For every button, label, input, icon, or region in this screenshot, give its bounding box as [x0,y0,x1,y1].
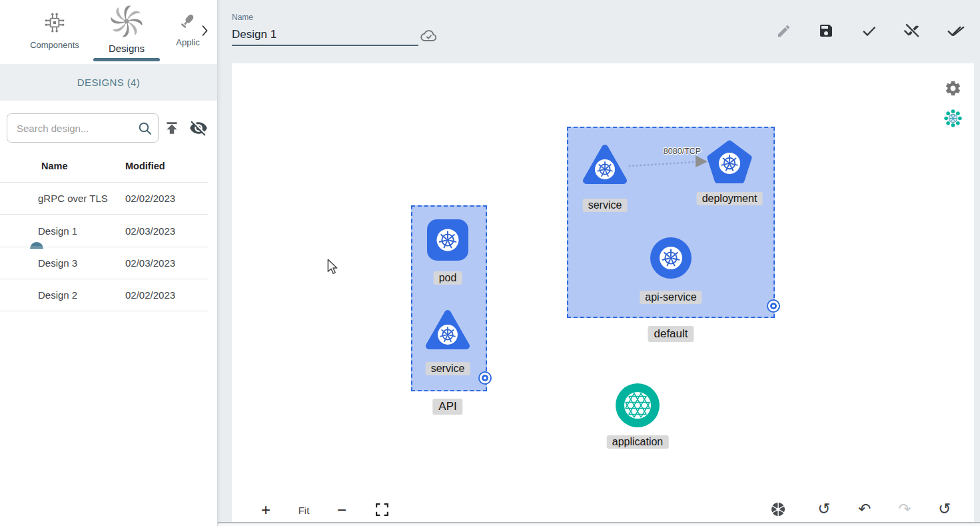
design-name-label: Name [232,13,253,22]
meshery-design-app: Components D [0,0,980,526]
applications-icon [177,9,199,35]
divider [0,311,209,311]
rotate-glyph: ↺ [938,501,951,517]
node-label-pod: pod [434,271,462,285]
edge-label-port: 8080/TCP [664,147,701,156]
tab-components-label: Components [30,40,79,50]
mouse-cursor [326,259,338,275]
design-name-underline [232,45,418,46]
node-application[interactable] [614,381,662,432]
column-header-modified: Modified [125,161,165,171]
tab-components[interactable]: Components [27,11,83,50]
active-tab-underline [93,58,160,61]
node-label-service: service [583,199,628,212]
canvas-settings-gear-icon[interactable] [944,79,962,97]
search-box [7,113,159,143]
undeploy-icon[interactable] [903,21,921,39]
row-modified: 02/02/2023 [125,289,175,301]
below-canvas-strip [217,523,980,526]
group-default-config-badge[interactable] [767,299,780,313]
history-rotate-icon[interactable]: ↺ [936,500,953,517]
components-icon [43,11,67,37]
designs-spiral-icon [111,5,143,40]
group-api-config-badge[interactable] [478,371,492,385]
node-label-api-service: api-service [640,291,702,304]
node-deployment[interactable] [705,138,754,189]
tab-designs-label: Designs [109,43,145,54]
node-label-service: service [426,362,470,375]
reset-view-icon[interactable]: ↺ [815,500,833,517]
node-label-deployment: deployment [697,192,763,205]
visibility-off-icon[interactable] [188,118,209,138]
screenshot-aperture-icon[interactable] [769,501,787,518]
row-name: Design 2 [38,289,77,301]
node-service-api[interactable] [424,308,471,355]
tab-designs[interactable]: Designs [99,5,155,54]
search-icon[interactable] [131,115,158,141]
cloud-saved-icon [420,27,438,45]
table-row-design-2[interactable] [0,279,209,311]
group-label-default: default [648,326,694,342]
row-modified: 02/03/2023 [125,257,175,269]
zoom-out-button[interactable]: − [333,501,350,519]
rotate-glyph: ↺ [817,501,830,517]
row-name: Design 1 [38,225,77,237]
row-name: Design 3 [38,257,77,269]
edit-icon[interactable] [775,22,792,39]
chevron-right-icon[interactable] [201,25,209,37]
designs-section-header: DESIGNS (4) [0,64,217,101]
table-row-design-1[interactable] [0,215,209,246]
design-name-input[interactable] [232,25,418,44]
row-modified: 02/02/2023 [125,193,175,204]
save-icon[interactable] [817,22,835,39]
validate-check-icon[interactable] [860,22,877,39]
fullscreen-icon[interactable] [374,502,389,517]
node-pod[interactable] [424,217,471,266]
group-label-api: API [432,399,462,415]
deploy-done-all-icon[interactable] [947,22,965,39]
row-modified: 02/03/2023 [125,225,175,237]
node-label-application: application [607,435,669,449]
redo-icon[interactable]: ↷ [896,500,913,517]
node-service-default[interactable] [582,143,628,189]
node-api-service[interactable] [647,234,695,285]
kubernetes-context-icon[interactable] [943,109,963,128]
undo-icon[interactable]: ↶ [856,500,873,517]
sidebar: Components D [0,0,218,526]
column-header-name: Name [41,161,68,171]
row-name: gRPC over TLS [38,193,108,204]
upload-design-icon[interactable] [163,118,181,138]
tab-applications-label: Applic [176,37,199,47]
zoom-in-button[interactable]: + [257,501,274,519]
redo-glyph: ↷ [898,501,911,517]
zoom-in-glyph: + [261,502,270,518]
fit-label: Fit [298,505,310,516]
search-input[interactable] [7,123,131,134]
fit-button[interactable]: Fit [292,503,316,517]
zoom-out-glyph: − [337,502,346,518]
table-row-design-3[interactable] [0,247,209,279]
undo-glyph: ↶ [858,501,871,517]
